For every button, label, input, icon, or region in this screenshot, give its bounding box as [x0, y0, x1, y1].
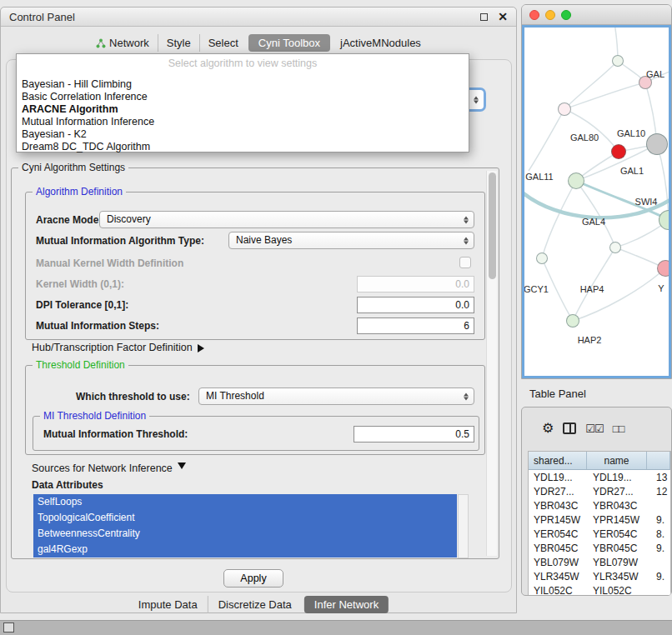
table-header-row: shared... name: [529, 452, 670, 470]
combo-stepper-icon: [474, 96, 479, 103]
bottom-status-strip: [0, 620, 672, 635]
table-row[interactable]: YBR043CYBR043C: [529, 498, 670, 512]
list-item[interactable]: TopologicalCoefficient: [33, 510, 457, 526]
list-item[interactable]: SelfLoops: [33, 494, 457, 510]
mi-steps-label: Mutual Information Steps:: [36, 320, 159, 332]
network-node[interactable]: [646, 133, 668, 155]
combo-stepper-icon: [464, 216, 469, 223]
manual-kernel-checkbox[interactable]: [459, 257, 471, 268]
menu-item[interactable]: Dream8 DC_TDC Algorithm: [17, 141, 469, 153]
column-header[interactable]: name: [587, 452, 647, 469]
node-label: HAP2: [578, 335, 602, 345]
network-node[interactable]: [566, 314, 579, 328]
hub-tf-section-toggle[interactable]: Hub/Transcription Factor Definition: [32, 342, 208, 353]
close-icon[interactable]: ✕: [498, 11, 508, 22]
aracne-mode-select[interactable]: Discovery: [99, 211, 474, 228]
network-node-selected-red[interactable]: [611, 144, 626, 159]
table-row[interactable]: YLR345WYLR345W9.: [529, 569, 670, 583]
network-node[interactable]: [609, 242, 621, 253]
settings-scrollbar[interactable]: [486, 171, 497, 556]
table-row[interactable]: YER054CYER054C8.: [529, 527, 670, 541]
menu-item[interactable]: Basic Correlation Inference: [17, 91, 469, 103]
node-label: HAP4: [580, 284, 604, 294]
table-row[interactable]: YDR27...YDR27...12: [529, 484, 670, 498]
float-window-icon[interactable]: [480, 13, 488, 21]
dpi-tolerance-field[interactable]: 0.0: [357, 297, 474, 313]
gear-icon[interactable]: ⚙: [542, 422, 554, 435]
apply-button[interactable]: Apply: [223, 569, 283, 588]
which-threshold-select[interactable]: MI Threshold: [198, 388, 474, 405]
node-label: Y: [658, 283, 664, 293]
control-panel-window: Control Panel ✕ Network Style Select Cyn…: [0, 7, 517, 613]
algorithm-definition-group: Algorithm Definition Aracne Mode: Discov…: [25, 192, 485, 340]
tab-jactivemnodules[interactable]: jActiveMNodules: [332, 34, 429, 52]
cyni-mode-tabs: Impute Data Discretize Data Infer Networ…: [128, 596, 389, 613]
sources-section-toggle[interactable]: Sources for Network Inference: [32, 462, 186, 474]
list-item[interactable]: gal4RGexp: [33, 542, 457, 558]
column-header[interactable]: shared...: [529, 452, 587, 469]
mi-threshold-group: MI Threshold Definition Mutual Informati…: [33, 416, 479, 451]
group-title: Threshold Definition: [33, 359, 128, 371]
dpi-tolerance-label: DPI Tolerance [0,1]:: [36, 299, 128, 311]
control-panel-titlebar: Control Panel ✕: [1, 8, 516, 27]
network-node[interactable]: [536, 252, 548, 264]
table-row[interactable]: YBL079WYBL079W: [529, 555, 670, 569]
kernel-width-field[interactable]: 0.0: [357, 276, 474, 292]
network-icon: [96, 38, 106, 48]
network-window-titlebar: [522, 5, 671, 25]
which-threshold-label: Which threshold to use:: [76, 391, 190, 402]
menu-item[interactable]: Bayesian - Hill Climbing: [17, 78, 469, 91]
window-title: Control Panel: [9, 11, 75, 23]
tab-discretize-data[interactable]: Discretize Data: [208, 596, 302, 613]
tab-select[interactable]: Select: [199, 34, 247, 52]
minimize-traffic-light-icon[interactable]: [545, 10, 555, 20]
mi-threshold-label: Mutual Information Threshold:: [43, 428, 188, 440]
node-label: GAL: [646, 69, 664, 79]
network-node[interactable]: [657, 260, 671, 277]
network-node[interactable]: [612, 55, 624, 67]
node-label: GAL10: [617, 128, 645, 138]
tab-network[interactable]: Network: [88, 34, 158, 52]
node-label: SWI4: [635, 197, 658, 207]
collapse-arrow-icon: [178, 462, 186, 473]
menu-item[interactable]: Mutual Information Inference: [17, 116, 469, 128]
network-node[interactable]: [568, 172, 584, 189]
combo-stepper-icon: [464, 237, 469, 244]
tab-cyni-toolbox[interactable]: Cyni Toolbox: [248, 34, 330, 52]
mi-threshold-field[interactable]: 0.5: [354, 426, 474, 442]
close-traffic-light-icon[interactable]: [529, 10, 539, 20]
menu-item-selected[interactable]: ARACNE Algorithm: [17, 103, 469, 116]
mi-type-label: Mutual Information Algorithm Type:: [36, 235, 204, 247]
combo-stepper-icon: [464, 392, 469, 400]
mi-type-select[interactable]: Naive Bayes: [228, 232, 474, 249]
list-item[interactable]: BetweennessCentrality: [33, 526, 457, 542]
table-panel-title: Table Panel: [529, 388, 586, 400]
zoom-traffic-light-icon[interactable]: [561, 10, 571, 20]
aracne-mode-label: Aracne Mode:: [36, 214, 102, 226]
group-title: MI Threshold Definition: [40, 410, 149, 422]
column-header[interactable]: [647, 452, 670, 469]
network-canvas[interactable]: GAL GAL80 GAL10 GAL11 GAL1 SWI4 GAL4 GCY…: [522, 25, 671, 378]
tab-infer-network[interactable]: Infer Network: [304, 596, 389, 613]
mi-steps-field[interactable]: 6: [357, 318, 474, 334]
algorithm-dropdown-popup: Select algorithm to view settings Bayesi…: [16, 53, 469, 152]
table-row[interactable]: YBR045CYBR045C9.: [529, 541, 670, 555]
tab-style[interactable]: Style: [158, 34, 199, 52]
table-panel-window: ⚙ ☑☑ □□ shared... name YDL19...YDL19...1…: [521, 407, 672, 596]
tab-impute-data[interactable]: Impute Data: [128, 596, 208, 613]
node-label: GAL11: [525, 172, 553, 182]
table-row[interactable]: YIL052CYIL052C: [529, 583, 670, 596]
scrollbar-thumb[interactable]: [489, 172, 496, 279]
node-label: GAL4: [582, 217, 605, 227]
menu-item[interactable]: Bayesian - K2: [17, 128, 469, 141]
table-row[interactable]: YPR145WYPR145W9.: [529, 512, 670, 527]
attribute-list-scrollbar[interactable]: [458, 494, 469, 558]
cyni-algorithm-settings-group: Cyni Algorithm Settings Algorithm Defini…: [11, 168, 499, 559]
select-all-checkboxes-icon[interactable]: ☑☑: [585, 422, 603, 435]
restore-window-icon[interactable]: [3, 622, 14, 632]
network-node[interactable]: [558, 102, 571, 116]
deselect-all-checkboxes-icon[interactable]: □□: [613, 422, 624, 435]
table-toolbar: ⚙ ☑☑ □□: [522, 416, 624, 441]
table-row[interactable]: YDL19...YDL19...13: [529, 470, 670, 484]
columns-icon[interactable]: [563, 422, 576, 434]
